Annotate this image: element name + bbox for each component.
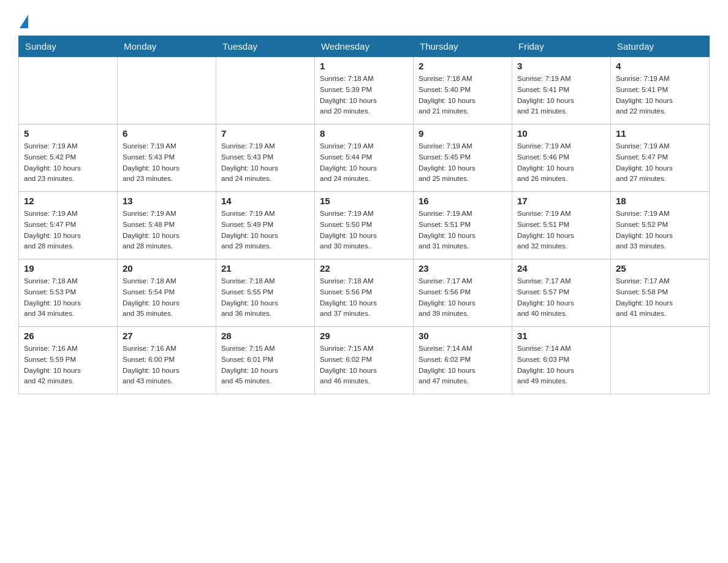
week-row-4: 19Sunrise: 7:18 AM Sunset: 5:53 PM Dayli… [19, 259, 710, 327]
day-cell: 13Sunrise: 7:19 AM Sunset: 5:48 PM Dayli… [118, 192, 216, 259]
header-cell-wednesday: Wednesday [315, 36, 414, 57]
day-number: 25 [616, 263, 704, 274]
day-number: 17 [517, 196, 605, 206]
day-number: 30 [419, 331, 507, 341]
day-cell: 26Sunrise: 7:16 AM Sunset: 5:59 PM Dayli… [19, 327, 118, 394]
day-cell: 22Sunrise: 7:18 AM Sunset: 5:56 PM Dayli… [315, 259, 414, 327]
logo-triangle-icon [20, 15, 28, 28]
week-row-3: 12Sunrise: 7:19 AM Sunset: 5:47 PM Dayli… [19, 192, 710, 259]
day-cell: 17Sunrise: 7:19 AM Sunset: 5:51 PM Dayli… [512, 192, 611, 259]
day-cell: 25Sunrise: 7:17 AM Sunset: 5:58 PM Dayli… [611, 259, 710, 327]
page-header [18, 12, 710, 26]
day-info: Sunrise: 7:19 AM Sunset: 5:42 PM Dayligh… [24, 141, 112, 185]
day-cell: 11Sunrise: 7:19 AM Sunset: 5:47 PM Dayli… [611, 124, 710, 192]
day-info: Sunrise: 7:18 AM Sunset: 5:53 PM Dayligh… [24, 276, 112, 320]
day-number: 23 [419, 263, 507, 274]
day-info: Sunrise: 7:18 AM Sunset: 5:40 PM Dayligh… [419, 74, 507, 117]
day-info: Sunrise: 7:19 AM Sunset: 5:45 PM Dayligh… [419, 141, 507, 185]
day-cell: 23Sunrise: 7:17 AM Sunset: 5:56 PM Dayli… [414, 259, 512, 327]
day-info: Sunrise: 7:16 AM Sunset: 5:59 PM Dayligh… [24, 343, 112, 387]
day-info: Sunrise: 7:19 AM Sunset: 5:48 PM Dayligh… [123, 209, 211, 252]
day-cell: 16Sunrise: 7:19 AM Sunset: 5:51 PM Dayli… [414, 192, 512, 259]
logo [18, 12, 28, 26]
day-cell: 24Sunrise: 7:17 AM Sunset: 5:57 PM Dayli… [512, 259, 611, 327]
day-number: 13 [123, 196, 211, 206]
day-cell: 7Sunrise: 7:19 AM Sunset: 5:43 PM Daylig… [216, 124, 315, 192]
day-info: Sunrise: 7:19 AM Sunset: 5:43 PM Dayligh… [123, 141, 211, 185]
day-number: 1 [320, 61, 408, 71]
day-info: Sunrise: 7:16 AM Sunset: 6:00 PM Dayligh… [123, 343, 211, 387]
day-number: 5 [24, 128, 112, 139]
day-cell: 27Sunrise: 7:16 AM Sunset: 6:00 PM Dayli… [118, 327, 216, 394]
day-number: 31 [517, 331, 605, 341]
header-cell-sunday: Sunday [19, 36, 118, 57]
day-number: 24 [517, 263, 605, 274]
day-info: Sunrise: 7:19 AM Sunset: 5:51 PM Dayligh… [419, 209, 507, 252]
day-cell: 4Sunrise: 7:19 AM Sunset: 5:41 PM Daylig… [611, 57, 710, 124]
header-cell-friday: Friday [512, 36, 611, 57]
day-cell [611, 327, 710, 394]
day-cell: 1Sunrise: 7:18 AM Sunset: 5:39 PM Daylig… [315, 57, 414, 124]
day-cell: 2Sunrise: 7:18 AM Sunset: 5:40 PM Daylig… [414, 57, 512, 124]
day-info: Sunrise: 7:19 AM Sunset: 5:50 PM Dayligh… [320, 209, 408, 252]
day-info: Sunrise: 7:17 AM Sunset: 5:58 PM Dayligh… [616, 276, 704, 320]
day-info: Sunrise: 7:19 AM Sunset: 5:47 PM Dayligh… [24, 209, 112, 252]
day-number: 20 [123, 263, 211, 274]
week-row-2: 5Sunrise: 7:19 AM Sunset: 5:42 PM Daylig… [19, 124, 710, 192]
day-info: Sunrise: 7:18 AM Sunset: 5:56 PM Dayligh… [320, 276, 408, 320]
day-info: Sunrise: 7:19 AM Sunset: 5:49 PM Dayligh… [221, 209, 309, 252]
day-number: 22 [320, 263, 408, 274]
day-info: Sunrise: 7:19 AM Sunset: 5:51 PM Dayligh… [517, 209, 605, 252]
day-info: Sunrise: 7:18 AM Sunset: 5:55 PM Dayligh… [221, 276, 309, 320]
day-cell: 31Sunrise: 7:14 AM Sunset: 6:03 PM Dayli… [512, 327, 611, 394]
day-info: Sunrise: 7:17 AM Sunset: 5:56 PM Dayligh… [419, 276, 507, 320]
day-number: 4 [616, 61, 704, 71]
day-number: 3 [517, 61, 605, 71]
day-number: 11 [616, 128, 704, 139]
day-number: 12 [24, 196, 112, 206]
day-number: 21 [221, 263, 309, 274]
day-cell: 21Sunrise: 7:18 AM Sunset: 5:55 PM Dayli… [216, 259, 315, 327]
day-info: Sunrise: 7:19 AM Sunset: 5:41 PM Dayligh… [517, 74, 605, 117]
day-number: 18 [616, 196, 704, 206]
day-cell: 8Sunrise: 7:19 AM Sunset: 5:44 PM Daylig… [315, 124, 414, 192]
week-row-1: 1Sunrise: 7:18 AM Sunset: 5:39 PM Daylig… [19, 57, 710, 124]
day-number: 14 [221, 196, 309, 206]
day-cell: 19Sunrise: 7:18 AM Sunset: 5:53 PM Dayli… [19, 259, 118, 327]
header-cell-tuesday: Tuesday [216, 36, 315, 57]
day-cell [19, 57, 118, 124]
day-info: Sunrise: 7:19 AM Sunset: 5:41 PM Dayligh… [616, 74, 704, 117]
day-number: 16 [419, 196, 507, 206]
day-number: 7 [221, 128, 309, 139]
header-row: SundayMondayTuesdayWednesdayThursdayFrid… [19, 36, 710, 57]
day-cell: 6Sunrise: 7:19 AM Sunset: 5:43 PM Daylig… [118, 124, 216, 192]
day-info: Sunrise: 7:19 AM Sunset: 5:43 PM Dayligh… [221, 141, 309, 185]
day-cell: 14Sunrise: 7:19 AM Sunset: 5:49 PM Dayli… [216, 192, 315, 259]
day-cell: 3Sunrise: 7:19 AM Sunset: 5:41 PM Daylig… [512, 57, 611, 124]
day-number: 9 [419, 128, 507, 139]
calendar-table: SundayMondayTuesdayWednesdayThursdayFrid… [18, 36, 710, 394]
day-info: Sunrise: 7:19 AM Sunset: 5:47 PM Dayligh… [616, 141, 704, 185]
day-info: Sunrise: 7:19 AM Sunset: 5:46 PM Dayligh… [517, 141, 605, 185]
header-cell-monday: Monday [118, 36, 216, 57]
day-number: 28 [221, 331, 309, 341]
day-cell: 9Sunrise: 7:19 AM Sunset: 5:45 PM Daylig… [414, 124, 512, 192]
day-number: 29 [320, 331, 408, 341]
week-row-5: 26Sunrise: 7:16 AM Sunset: 5:59 PM Dayli… [19, 327, 710, 394]
day-cell: 29Sunrise: 7:15 AM Sunset: 6:02 PM Dayli… [315, 327, 414, 394]
day-info: Sunrise: 7:18 AM Sunset: 5:39 PM Dayligh… [320, 74, 408, 117]
day-info: Sunrise: 7:17 AM Sunset: 5:57 PM Dayligh… [517, 276, 605, 320]
day-number: 6 [123, 128, 211, 139]
day-number: 8 [320, 128, 408, 139]
day-cell [216, 57, 315, 124]
calendar-body: 1Sunrise: 7:18 AM Sunset: 5:39 PM Daylig… [19, 57, 710, 394]
day-cell: 5Sunrise: 7:19 AM Sunset: 5:42 PM Daylig… [19, 124, 118, 192]
day-info: Sunrise: 7:18 AM Sunset: 5:54 PM Dayligh… [123, 276, 211, 320]
day-number: 10 [517, 128, 605, 139]
day-cell: 20Sunrise: 7:18 AM Sunset: 5:54 PM Dayli… [118, 259, 216, 327]
day-number: 2 [419, 61, 507, 71]
day-number: 26 [24, 331, 112, 341]
day-cell: 28Sunrise: 7:15 AM Sunset: 6:01 PM Dayli… [216, 327, 315, 394]
day-info: Sunrise: 7:19 AM Sunset: 5:44 PM Dayligh… [320, 141, 408, 185]
day-number: 19 [24, 263, 112, 274]
